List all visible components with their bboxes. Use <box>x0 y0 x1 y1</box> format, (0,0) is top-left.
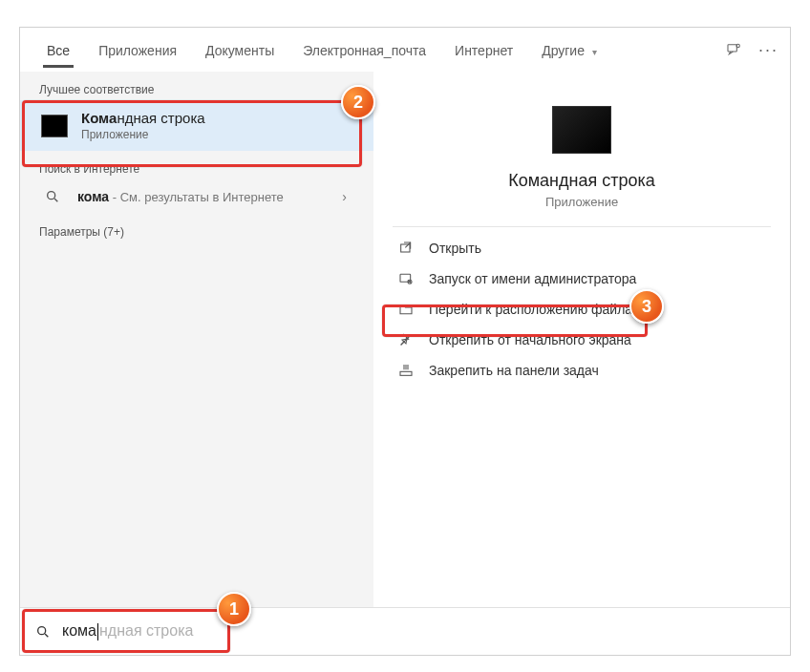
preview-subtitle: Приложение <box>393 195 771 209</box>
search-text: кома ндная строка <box>62 622 193 640</box>
section-best-match: Лучшее соответствие <box>20 77 373 100</box>
search-icon <box>35 624 51 640</box>
chevron-down-icon: ▾ <box>592 47 597 57</box>
action-unpin-label: Открепить от начального экрана <box>429 332 631 347</box>
action-pin-taskbar[interactable]: Закрепить на панели задач <box>393 355 771 386</box>
badge-2: 2 <box>341 85 375 119</box>
tab-all[interactable]: Все <box>41 32 75 68</box>
search-caret <box>96 622 99 640</box>
result-web-search[interactable]: кома - См. результаты в Интернете › <box>20 179 373 214</box>
tab-internet[interactable]: Интернет <box>449 32 519 68</box>
badge-1: 1 <box>217 592 251 626</box>
action-unpin-start[interactable]: Открепить от начального экрана <box>393 325 771 355</box>
action-run-as-admin-label: Запуск от имени администратора <box>429 271 636 286</box>
preview-pane: Командная строка Приложение Открыть Запу… <box>373 72 790 607</box>
divider <box>393 226 771 227</box>
unpin-icon <box>396 332 416 347</box>
section-params: Параметры (7+) <box>20 220 373 242</box>
svg-rect-8 <box>400 371 412 375</box>
web-result-match: кома <box>77 189 109 204</box>
action-run-as-admin[interactable]: Запуск от имени администратора <box>393 263 771 294</box>
svg-point-1 <box>736 44 739 47</box>
pin-taskbar-icon <box>396 363 416 378</box>
tab-apps[interactable]: Приложения <box>93 32 182 68</box>
action-pin-taskbar-label: Закрепить на панели задач <box>429 363 599 378</box>
preview-title: Командная строка <box>393 171 771 191</box>
svg-point-9 <box>38 626 46 634</box>
result-texts: Командная строка Приложение <box>81 110 205 141</box>
top-icons: ··· <box>726 28 778 72</box>
search-bar[interactable]: кома ндная строка <box>20 607 790 655</box>
svg-line-3 <box>54 199 57 201</box>
svg-point-2 <box>48 192 55 200</box>
folder-icon <box>396 302 416 317</box>
tab-docs[interactable]: Документы <box>200 32 280 68</box>
cmd-app-icon <box>41 115 68 137</box>
section-web: Поиск в Интернете <box>20 157 373 179</box>
svg-rect-4 <box>401 244 410 252</box>
badge-3: 3 <box>629 289 664 324</box>
chevron-right-icon: › <box>342 189 352 204</box>
action-open-file-location[interactable]: Перейти к расположению файла <box>393 294 771 325</box>
tab-other-label: Другие <box>542 43 585 58</box>
result-title-match: Кома <box>81 110 117 126</box>
result-title-rest: ндная строка <box>117 110 204 126</box>
tab-other[interactable]: Другие ▾ <box>536 32 603 68</box>
search-typed-text: кома <box>62 622 96 640</box>
admin-icon <box>396 271 416 286</box>
result-title: Командная строка <box>81 110 205 126</box>
filter-tabs: Все Приложения Документы Электронная_поч… <box>20 28 790 72</box>
preview-app-icon <box>552 106 611 154</box>
action-open-label: Открыть <box>429 241 481 256</box>
action-open[interactable]: Открыть <box>393 233 771 263</box>
more-icon[interactable]: ··· <box>758 40 778 60</box>
result-subtitle: Приложение <box>81 128 205 141</box>
feedback-icon[interactable] <box>726 42 741 57</box>
search-icon <box>41 189 64 204</box>
search-window: Все Приложения Документы Электронная_поч… <box>19 27 791 656</box>
action-location-label: Перейти к расположению файла <box>429 302 632 317</box>
open-icon <box>396 241 416 256</box>
tab-email[interactable]: Электронная_почта <box>297 32 432 68</box>
results-pane: Лучшее соответствие Командная строка При… <box>20 72 373 607</box>
web-result-suffix: - См. результаты в Интернете <box>109 190 284 204</box>
result-command-prompt[interactable]: Командная строка Приложение <box>20 100 373 151</box>
svg-line-10 <box>45 634 48 637</box>
web-result-text: кома - См. результаты в Интернете <box>77 189 284 204</box>
svg-rect-0 <box>728 45 736 52</box>
search-autocomplete-hint: ндная строка <box>99 622 193 640</box>
